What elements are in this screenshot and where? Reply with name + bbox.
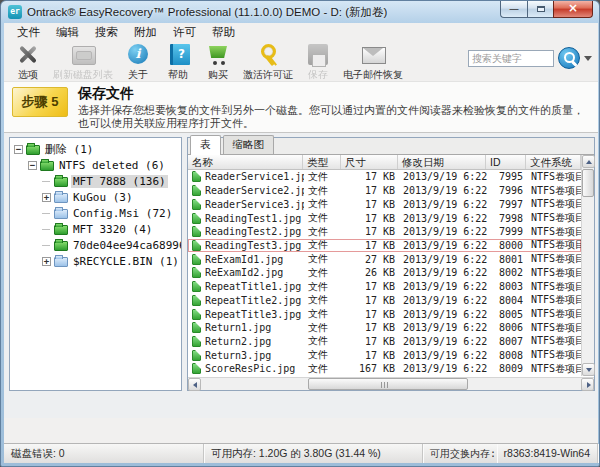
table-row[interactable]: ReExamId2.jpg 文件 26 KB 2013/9/19 6:22:26…: [188, 266, 581, 280]
view-tab[interactable]: 缩略图: [223, 135, 275, 154]
tree-item[interactable]: Config.Msi (72): [10, 205, 181, 221]
file-system-cell: NTFS卷项目: [527, 238, 581, 252]
tree-item[interactable]: KuGou (3): [10, 189, 181, 205]
file-icon: [192, 226, 201, 237]
menu-item[interactable]: 编辑: [49, 24, 86, 41]
tree-item-label: 70de04ee94ca68996a (3): [71, 239, 182, 252]
file-type-cell: 文件: [304, 225, 342, 239]
tree-expander-icon[interactable]: [42, 241, 51, 250]
search-icon[interactable]: [558, 47, 580, 69]
table-row[interactable]: Return3.jpg 文件 17 KB 2013/9/19 6:22:26 8…: [188, 348, 581, 362]
toolbar-button[interactable]: 激活许可证: [238, 41, 298, 83]
menu-item[interactable]: 帮助: [205, 24, 242, 41]
menu-item[interactable]: 许可: [166, 24, 203, 41]
file-type-cell: 文件: [304, 334, 342, 348]
file-icon: [192, 171, 201, 182]
search-dropdown-chevron-icon[interactable]: [584, 56, 592, 61]
toolbar-button[interactable]: 刷新磁盘列表: [48, 41, 118, 83]
file-size-cell: 27 KB: [342, 254, 399, 265]
table-row[interactable]: ReadingTest3.jpg 文件 17 KB 2013/9/19 6:22…: [188, 239, 581, 253]
vertical-scroll-thumb[interactable]: [582, 169, 594, 197]
tree-expander-icon[interactable]: [28, 161, 37, 170]
vertical-scrollbar[interactable]: [581, 155, 594, 376]
file-icon: [192, 281, 201, 292]
table-row[interactable]: ReaderService1.jpg 文件 17 KB 2013/9/19 6:…: [188, 170, 581, 184]
toolbar-button[interactable]: 购买: [198, 41, 238, 83]
table-row[interactable]: Return1.jpg 文件 17 KB 2013/9/19 6:22:26 8…: [188, 321, 581, 335]
table-row[interactable]: ReadingTest1.jpg 文件 17 KB 2013/9/19 6:22…: [188, 211, 581, 225]
table-row[interactable]: ReaderService2.jpg 文件 17 KB 2013/9/19 6:…: [188, 184, 581, 198]
title-bar[interactable]: er Ontrack® EasyRecovery™ Professional (…: [1, 1, 600, 23]
file-size-cell: 17 KB: [342, 336, 399, 347]
window-controls: — ×: [500, 1, 593, 18]
toolbar-button-icon: [163, 42, 193, 67]
toolbar-button[interactable]: 选项: [8, 41, 48, 83]
column-header[interactable]: 类型: [303, 155, 341, 169]
view-tab[interactable]: 表: [190, 135, 221, 155]
menu-item[interactable]: 文件: [10, 24, 47, 41]
file-name: Return2.jpg: [205, 336, 271, 347]
table-row[interactable]: RepeatTitle1.jpg 文件 17 KB 2013/9/19 6:22…: [188, 280, 581, 294]
scroll-down-icon[interactable]: [582, 363, 595, 376]
scroll-right-icon[interactable]: [581, 378, 594, 391]
toolbar-button-icon: [203, 42, 233, 67]
tree-expander-icon[interactable]: [42, 257, 51, 266]
scroll-up-icon[interactable]: [582, 155, 595, 168]
menu-item[interactable]: 附加: [127, 24, 164, 41]
toolbar-button[interactable]: 帮助: [158, 41, 198, 83]
table-row[interactable]: Return2.jpg 文件 17 KB 2013/9/19 6:22:26 8…: [188, 335, 581, 349]
scroll-left-icon[interactable]: [188, 378, 201, 391]
horizontal-scrollbar[interactable]: [188, 377, 594, 390]
horizontal-scroll-thumb[interactable]: [308, 378, 468, 390]
maximize-button[interactable]: [527, 1, 553, 18]
tree-item[interactable]: $RECYCLE.BIN (1): [10, 253, 181, 269]
tree-expander-icon[interactable]: [42, 209, 51, 218]
file-name-cell: RepeatTitle3.jpg: [189, 309, 304, 320]
tree-item[interactable]: 删除 (1): [10, 141, 181, 157]
tree-item-label: Config.Msi (72): [71, 207, 174, 220]
file-name-cell: ReExamId2.jpg: [189, 267, 304, 278]
file-system-cell: NTFS卷项目: [527, 252, 581, 266]
menu-item[interactable]: 搜索: [88, 24, 125, 41]
tree-item[interactable]: MFT 3320 (4): [10, 221, 181, 237]
toolbar-button[interactable]: 保存: [298, 41, 338, 83]
tree-expander-icon[interactable]: [42, 225, 51, 234]
tree-item[interactable]: MFT 7888 (136): [10, 173, 181, 189]
file-name: RepeatTitle1.jpg: [205, 281, 301, 292]
table-row[interactable]: ReExamId1.jpg 文件 27 KB 2013/9/19 6:22:26…: [188, 252, 581, 266]
file-type-cell: 文件: [304, 184, 342, 198]
table-row[interactable]: RepeatTitle2.jpg 文件 17 KB 2013/9/19 6:22…: [188, 293, 581, 307]
table-row[interactable]: RepeatTitle3.jpg 文件 17 KB 2013/9/19 6:22…: [188, 307, 581, 321]
close-button[interactable]: ×: [553, 1, 593, 18]
table-row[interactable]: ScoreResPic.jpg 文件 167 KB 2013/9/19 6:22…: [188, 362, 581, 376]
file-type-cell: 文件: [304, 238, 342, 252]
tree-expander-icon[interactable]: [14, 145, 23, 154]
tree-item[interactable]: NTFS deleted (6): [10, 157, 181, 173]
minimize-button[interactable]: —: [500, 1, 527, 18]
file-id-cell: 7999: [487, 226, 527, 237]
toolbar-button-icon: [303, 42, 333, 67]
search-input[interactable]: [468, 50, 554, 67]
file-date-cell: 2013/9/19 6:22:26: [399, 226, 487, 237]
file-date-cell: 2013/9/19 6:22:26: [399, 240, 487, 251]
file-name: RepeatTitle2.jpg: [205, 295, 301, 306]
table-row[interactable]: ReaderService3.jpg 文件 17 KB 2013/9/19 6:…: [188, 197, 581, 211]
column-header[interactable]: 修改日期: [398, 155, 486, 169]
table-row[interactable]: ReadingTest2.jpg 文件 17 KB 2013/9/19 6:22…: [188, 225, 581, 239]
file-name-cell: ReadingTest3.jpg: [189, 240, 304, 251]
column-header[interactable]: ID: [486, 155, 526, 169]
file-id-cell: 7995: [487, 171, 527, 182]
column-header[interactable]: 名称: [188, 155, 303, 169]
tree-expander-icon[interactable]: [42, 177, 51, 186]
toolbar-button[interactable]: 关于: [118, 41, 158, 83]
folder-icon: [54, 177, 68, 187]
column-header[interactable]: 文件系统: [526, 155, 581, 169]
file-id-cell: 8004: [487, 295, 527, 306]
toolbar-button[interactable]: 电子邮件恢复: [338, 41, 408, 83]
file-size-cell: 17 KB: [342, 281, 399, 292]
column-header[interactable]: 尺寸: [341, 155, 398, 169]
step-title: 保存文件: [78, 85, 134, 103]
tree-item[interactable]: 70de04ee94ca68996a (3): [10, 237, 181, 253]
tree-expander-icon[interactable]: [42, 193, 51, 202]
file-name-cell: ReaderService2.jpg: [189, 185, 304, 196]
